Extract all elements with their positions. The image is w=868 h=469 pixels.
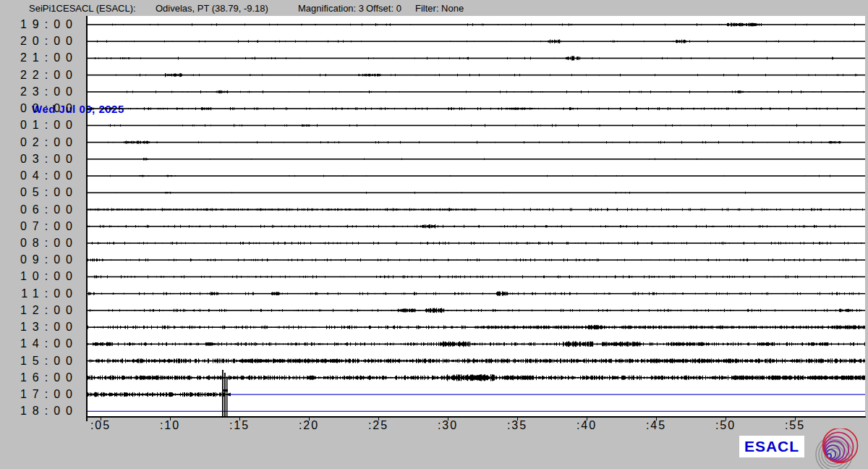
hour-label: 22:00 — [0, 69, 78, 81]
minute-tick — [656, 416, 657, 421]
hour-label: 10:00 — [0, 271, 78, 282]
hour-label: 15:00 — [0, 355, 78, 367]
minute-tick — [101, 416, 101, 421]
minute-label: :45 — [634, 419, 678, 432]
helicorder-window: SeiPi1CESACL (ESACL): Odivelas, PT (38.7… — [0, 0, 868, 469]
hour-label: 06:00 — [0, 204, 78, 216]
minute-label: :10 — [148, 419, 192, 432]
hour-label: 14:00 — [0, 338, 78, 350]
hour-label: 08:00 — [0, 237, 78, 249]
minute-label: :05 — [79, 419, 122, 432]
hour-label: 19:00 — [0, 19, 78, 30]
hour-label: 11:00 — [0, 288, 78, 300]
hour-label: 01:00 — [0, 119, 78, 131]
hour-label: 16:00 — [0, 372, 78, 384]
hour-label: 02:00 — [0, 137, 78, 148]
plot-bottom-axis — [86, 416, 866, 418]
offset-setting: Offset: 0 — [366, 3, 401, 14]
minute-tick — [726, 416, 726, 421]
hour-label: 07:00 — [0, 221, 78, 232]
hour-label: 05:00 — [0, 187, 78, 198]
minute-tick — [378, 416, 379, 421]
helicorder-traces — [88, 16, 865, 416]
station-location: Odivelas, PT (38.79, -9.18) — [156, 3, 268, 14]
minute-tick — [309, 416, 310, 421]
hour-label: 03:00 — [0, 153, 78, 165]
minute-tick — [587, 416, 587, 421]
minute-label: :25 — [357, 419, 400, 432]
esacl-wordmark: ESACL — [739, 436, 804, 457]
minute-label: :35 — [495, 419, 539, 432]
hour-label: 23:00 — [0, 86, 78, 98]
minute-label: :15 — [218, 419, 261, 432]
hour-label: 18:00 — [0, 405, 78, 417]
minute-tick — [448, 416, 448, 421]
minute-label: :40 — [565, 419, 608, 432]
minute-tick — [795, 416, 796, 421]
minute-tick — [517, 416, 518, 421]
plot-left-border — [86, 16, 88, 421]
hour-label: 12:00 — [0, 305, 78, 316]
hour-label: 20:00 — [0, 35, 78, 47]
magnification-setting: Magnification: 3 — [298, 3, 364, 14]
hour-label: 17:00 — [0, 389, 78, 400]
station-id: SeiPi1CESACL (ESACL): — [29, 3, 136, 14]
minute-label: :30 — [426, 419, 469, 432]
esacl-spiral-logo — [810, 428, 868, 469]
minute-tick — [170, 416, 171, 421]
minute-label: :20 — [287, 419, 331, 432]
hour-label: 09:00 — [0, 254, 78, 266]
hour-label: 21:00 — [0, 52, 78, 64]
hour-label: 13:00 — [0, 321, 78, 333]
hour-label: 04:00 — [0, 170, 78, 182]
header-bar: SeiPi1CESACL (ESACL): Odivelas, PT (38.7… — [0, 0, 868, 16]
minute-tick — [239, 416, 240, 421]
minute-label: :50 — [704, 419, 747, 432]
filter-setting: Filter: None — [415, 3, 464, 14]
hour-label: 00:00 — [0, 103, 78, 114]
